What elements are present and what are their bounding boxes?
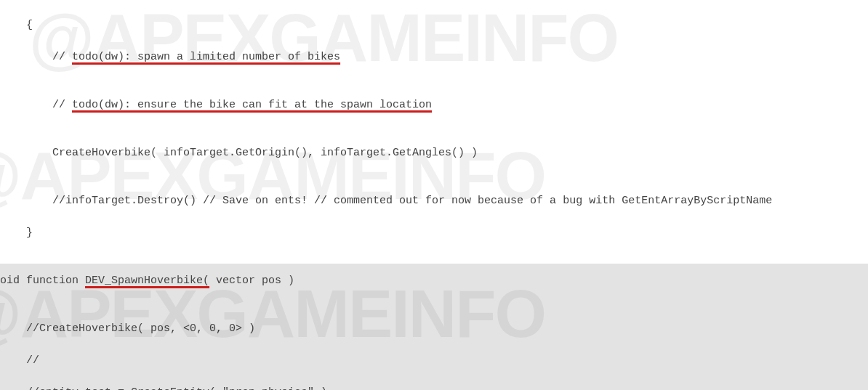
code-text: // <box>0 51 72 63</box>
code-block: { // todo(dw): spawn a limited number of… <box>0 0 868 390</box>
code-text: vector pos ) <box>209 275 294 287</box>
code-line: { <box>0 17 868 33</box>
code-line: //entity test = CreateEntity( "prop_phys… <box>0 385 868 390</box>
code-text: // <box>0 99 72 111</box>
code-line: oid function DEV_SpawnHoverbike( vector … <box>0 273 868 289</box>
code-text: oid function <box>0 275 85 287</box>
code-line: // todo(dw): spawn a limited number of b… <box>0 49 868 65</box>
todo-highlight: todo(dw): spawn a limited number of bike… <box>72 51 340 63</box>
todo-highlight: todo(dw): ensure the bike can fit at the… <box>72 99 432 111</box>
code-line: CreateHoverbike( infoTarget.GetOrigin(),… <box>0 145 868 161</box>
code-line: } <box>0 225 868 241</box>
code-line: //infoTarget.Destroy() // Save on ents! … <box>0 193 868 209</box>
code-line: // todo(dw): ensure the bike can fit at … <box>0 97 868 113</box>
code-line: //CreateHoverbike( pos, <0, 0, 0> ) <box>0 321 868 337</box>
function-name-highlight: DEV_SpawnHoverbike( <box>85 275 209 287</box>
code-line: // <box>0 353 868 369</box>
